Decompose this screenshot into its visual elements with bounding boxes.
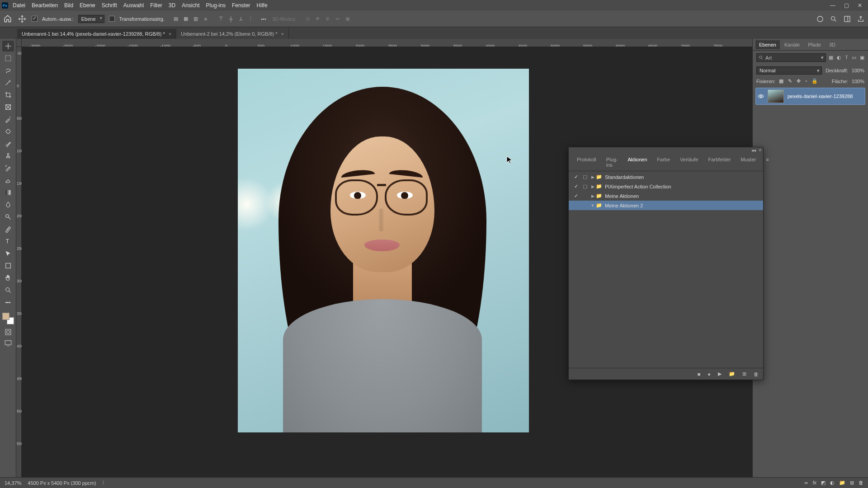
eyedropper-tool[interactable]	[2, 114, 14, 125]
close-tab-icon[interactable]: ×	[281, 31, 284, 37]
marquee-tool[interactable]	[2, 53, 14, 64]
delete-action-icon[interactable]: 🗑	[754, 371, 759, 377]
fx-icon[interactable]: fx	[812, 480, 816, 486]
align-left-icon[interactable]: ▤	[172, 15, 180, 23]
tab-channels[interactable]: Kanäle	[781, 40, 803, 49]
quick-mask-icon[interactable]	[3, 328, 13, 337]
tab-protokoll[interactable]: Protokoll	[572, 155, 601, 169]
stop-action-icon[interactable]: ■	[698, 371, 701, 377]
menu-help[interactable]: Hilfe	[257, 2, 268, 9]
menu-image[interactable]: Bild	[64, 2, 73, 9]
align-top-icon[interactable]: ⊤	[217, 15, 225, 23]
group-icon[interactable]: 📁	[839, 480, 845, 486]
fill-value[interactable]: 100%	[852, 79, 864, 84]
new-set-icon[interactable]: 📁	[729, 371, 735, 377]
hand-tool[interactable]	[2, 272, 14, 283]
menu-file[interactable]: Datei	[13, 2, 25, 9]
screen-mode-icon[interactable]	[3, 339, 13, 347]
transform-controls-checkbox[interactable]	[109, 16, 115, 22]
record-action-icon[interactable]: ●	[708, 371, 711, 377]
eraser-tool[interactable]	[2, 175, 14, 186]
distribute-icon[interactable]: ≡	[202, 15, 210, 23]
edit-toolbar-icon[interactable]: •••	[2, 297, 14, 308]
menu-edit[interactable]: Bearbeiten	[32, 2, 58, 9]
align-vcenter-icon[interactable]: ┼	[227, 15, 235, 23]
collapse-panel-icon[interactable]: ◂◂	[751, 148, 756, 153]
gradient-tool[interactable]	[2, 187, 14, 198]
layer-thumbnail[interactable]	[768, 89, 784, 103]
menu-select[interactable]: Auswahl	[123, 2, 144, 9]
share-icon[interactable]	[857, 15, 864, 23]
workspace-icon[interactable]	[844, 15, 851, 23]
filter-type-icon[interactable]: T	[845, 55, 848, 61]
menu-type[interactable]: Schrift	[102, 2, 117, 9]
action-set-row[interactable]: ✓▶📁Meine Aktionen	[569, 191, 763, 201]
close-button[interactable]: ✕	[854, 1, 866, 9]
tab-farbfelder[interactable]: Farbfelder	[703, 155, 735, 169]
filter-adjust-icon[interactable]: ◐	[837, 55, 841, 61]
opacity-value[interactable]: 100%	[852, 68, 864, 73]
frame-tool[interactable]	[2, 102, 14, 113]
tab-verlaeufe[interactable]: Verläufe	[675, 155, 703, 169]
brush-tool[interactable]	[2, 138, 14, 149]
tab-paths[interactable]: Pfade	[804, 40, 825, 49]
actions-panel[interactable]: ◂◂× Protokoll Plug-ins Aktionen Farbe Ve…	[568, 147, 764, 380]
align-hcenter-icon[interactable]: ▦	[182, 15, 190, 23]
lasso-tool[interactable]	[2, 65, 14, 76]
layer-name[interactable]: pexels-daniel-xavier-1239288	[788, 94, 853, 99]
close-tab-icon[interactable]: ×	[169, 31, 171, 37]
tab-plugins[interactable]: Plug-ins	[602, 155, 623, 169]
path-select-tool[interactable]	[2, 248, 14, 259]
tab-3d[interactable]: 3D	[826, 40, 839, 49]
delete-layer-icon[interactable]: 🗑	[859, 480, 863, 486]
close-panel-icon[interactable]: ×	[759, 148, 761, 153]
minimize-button[interactable]: —	[826, 1, 839, 9]
wand-tool[interactable]	[2, 77, 14, 88]
new-layer-icon[interactable]: ⊞	[850, 480, 854, 486]
lock-all-icon[interactable]: 🔒	[811, 78, 818, 84]
tab-aktionen[interactable]: Aktionen	[623, 155, 651, 169]
healing-tool[interactable]	[2, 126, 14, 137]
layer-row[interactable]: pexels-daniel-xavier-1239288	[755, 88, 865, 105]
maximize-button[interactable]: ▢	[840, 1, 853, 9]
filter-pixel-icon[interactable]: ▦	[829, 55, 833, 61]
filter-smart-icon[interactable]: ▣	[860, 55, 864, 61]
zoom-level[interactable]: 14,37%	[5, 480, 21, 486]
mask-icon[interactable]: ◩	[821, 480, 826, 486]
status-arrow-icon[interactable]: 〉	[102, 479, 107, 486]
dodge-tool[interactable]	[2, 211, 14, 222]
crop-tool[interactable]	[2, 89, 14, 100]
align-right-icon[interactable]: ▥	[192, 15, 200, 23]
play-action-icon[interactable]: ▶	[718, 371, 722, 377]
auto-select-checkbox[interactable]	[32, 16, 38, 22]
menu-layer[interactable]: Ebene	[80, 2, 95, 9]
document-tab-1[interactable]: Unbenannt-1 bei 14,4% (pexels-daniel-xav…	[17, 29, 176, 39]
vertical-ruler[interactable]: -500050010001500200025003000350040004500…	[16, 47, 22, 477]
document-tab-2[interactable]: Unbenannt-2 bei 14,2% (Ebene 0, RGB/8) *…	[176, 29, 289, 39]
document-canvas[interactable]	[238, 69, 529, 432]
link-icon[interactable]: ∞	[805, 480, 808, 486]
tab-farbe[interactable]: Farbe	[652, 155, 675, 169]
panel-menu-icon[interactable]: ≡	[761, 155, 773, 169]
zoom-tool[interactable]	[2, 285, 14, 296]
menu-3d[interactable]: 3D	[169, 2, 175, 9]
action-set-row-selected[interactable]: ▼📁Meine Aktionen 2	[569, 201, 763, 210]
auto-select-target[interactable]: Ebene	[78, 15, 104, 23]
adjustment-icon[interactable]: ◐	[830, 480, 835, 486]
color-swatches[interactable]	[2, 313, 14, 324]
home-icon[interactable]	[4, 14, 13, 23]
filter-shape-icon[interactable]: ▭	[852, 55, 856, 61]
align-bottom-icon[interactable]: ⊥	[237, 15, 245, 23]
menu-view[interactable]: Ansicht	[182, 2, 199, 9]
horizontal-ruler[interactable]: -3000-2500-2000-1500-1000-50005001000150…	[16, 39, 752, 47]
history-brush-tool[interactable]	[2, 163, 14, 174]
lock-position-icon[interactable]: ✥	[797, 78, 801, 84]
layer-filter-select[interactable]: Art▾	[756, 53, 826, 62]
more-align-icon[interactable]: •••	[259, 15, 268, 23]
blur-tool[interactable]	[2, 199, 14, 210]
lock-artboard-icon[interactable]: ▫	[805, 78, 807, 84]
document-info[interactable]: 4500 Px x 5400 Px (300 ppcm)	[28, 480, 96, 486]
tab-muster[interactable]: Muster	[736, 155, 761, 169]
shape-tool[interactable]	[2, 260, 14, 271]
blend-mode-select[interactable]: Normal	[756, 66, 822, 75]
